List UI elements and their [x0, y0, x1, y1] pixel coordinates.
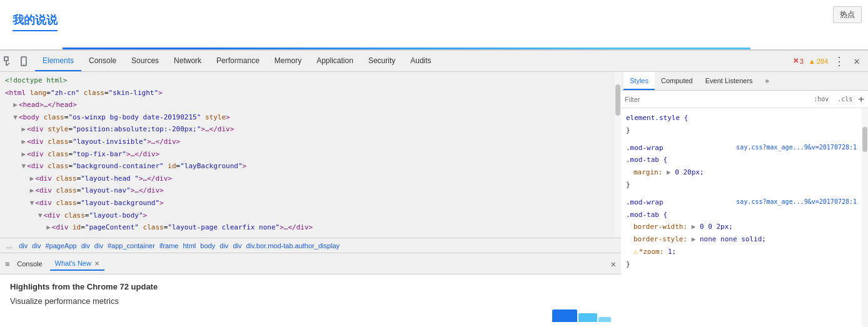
- breadcrumb-item[interactable]: iframe: [159, 242, 179, 249]
- styles-filter-bar: :hov .cls +: [621, 91, 868, 108]
- dom-line: ▼<body class="os-winxp bg-body date-2019…: [0, 111, 615, 124]
- warning-count: 284: [817, 58, 828, 65]
- styles-tab-styles[interactable]: Styles: [623, 72, 655, 90]
- style-rule-mod-wrap-1: .mod-wrap say.css?max_age...9&v=20170728…: [626, 142, 857, 191]
- devtools-icon-group: [3, 55, 30, 68]
- perf-visual: [552, 309, 611, 322]
- styles-vertical-scrollbar[interactable]: [862, 108, 868, 327]
- breadcrumb-item[interactable]: div.bor.mod-tab.author_display: [246, 242, 340, 249]
- style-selector: element.style {: [626, 112, 857, 124]
- style-prop-border-style: border-style: ▶ none none solid;: [626, 233, 857, 246]
- tab-audits[interactable]: Audits: [403, 51, 438, 71]
- dom-panel: <!doctype html> <html lang="zh-cn" class…: [0, 72, 621, 327]
- breadcrumb-item[interactable]: div: [220, 242, 228, 249]
- warning-badge: ▲ 284: [809, 58, 828, 65]
- warning-icon: ▲: [809, 58, 815, 65]
- svg-rect-0: [4, 57, 8, 61]
- devtools-panel: Elements Console Sources Network Perform…: [0, 50, 868, 327]
- dom-line: ▶<div style="position:absolute;top:-200p…: [0, 123, 615, 136]
- tab-network[interactable]: Network: [166, 51, 209, 71]
- dom-line: ▶<head>…</head>: [0, 99, 615, 111]
- dom-scrollbar-thumb: [615, 84, 620, 116]
- cls-filter-button[interactable]: .cls: [834, 94, 855, 104]
- console-menu-icon[interactable]: ≡: [5, 259, 9, 268]
- breadcrumb-item[interactable]: body: [200, 242, 215, 249]
- breadcrumb-item[interactable]: div: [19, 242, 28, 249]
- close-bottom-panel-icon[interactable]: ✕: [611, 259, 616, 269]
- styles-scrollbar-thumb: [862, 127, 867, 152]
- styles-panel: Styles Computed Event Listeners » :hov .…: [621, 72, 868, 327]
- tab-elements[interactable]: Elements: [35, 51, 81, 71]
- breadcrumb: ... div div #pageApp div div #app_contai…: [0, 238, 621, 253]
- style-sub-selector-2: .mod-tab {: [626, 209, 857, 221]
- whats-new-title: Highlights from the Chrome 72 update: [10, 282, 611, 291]
- devtools-main: <!doctype html> <html lang="zh-cn" class…: [0, 72, 868, 327]
- dom-inner: <!doctype html> <html lang="zh-cn" class…: [0, 72, 621, 238]
- style-close: }: [626, 124, 857, 137]
- styles-tab-computed[interactable]: Computed: [655, 72, 699, 90]
- dom-line: <!doctype html>: [0, 74, 615, 87]
- style-selector-line: .mod-wrap say.css?max_age...9&v=20170728…: [626, 142, 857, 154]
- style-rule-mod-wrap-2: .mod-wrap say.css?max_age...9&v=20170728…: [626, 196, 857, 271]
- style-prop-border-width: border-width: ▶ 0 0 2px;: [626, 221, 857, 233]
- dom-tree[interactable]: <!doctype html> <html lang="zh-cn" class…: [0, 72, 615, 238]
- breadcrumb-item[interactable]: div: [94, 242, 103, 249]
- close-devtools-icon[interactable]: ✕: [850, 55, 863, 68]
- devtools-tab-list: Elements Console Sources Network Perform…: [35, 51, 793, 71]
- whats-new-tab-button[interactable]: What's New ✕: [50, 257, 104, 271]
- breadcrumb-item[interactable]: html: [183, 242, 196, 249]
- breadcrumb-item[interactable]: #app_container: [108, 242, 155, 249]
- style-rule-element: element.style { }: [626, 112, 857, 137]
- dom-line: ▶<div class="top-fix-bar">…</div>: [0, 148, 615, 161]
- breadcrumb-item[interactable]: div: [81, 242, 90, 249]
- inspect-element-icon[interactable]: [3, 55, 15, 68]
- dom-line: ▼<div class="layout-body">: [0, 209, 615, 222]
- toolbar-right: ✕ 3 ▲ 284 ⋮ ✕: [793, 55, 865, 68]
- blue-bar: [63, 48, 750, 49]
- whats-new-item: Visualize performance metrics: [10, 296, 611, 306]
- devtools-toolbar: Elements Console Sources Network Perform…: [0, 51, 868, 72]
- style-prop-margin: margin: ▶ 0 20px;: [626, 166, 857, 179]
- style-source-link-2[interactable]: say.css?max_age...9&v=20170728:1: [736, 196, 857, 208]
- style-source-link[interactable]: say.css?max_age...9&v=20170728:1: [736, 142, 857, 153]
- style-close-2: }: [626, 258, 857, 271]
- tab-security[interactable]: Security: [361, 51, 403, 71]
- warning-icon: ⚠: [633, 248, 638, 256]
- console-tab-button[interactable]: Console: [12, 258, 47, 270]
- dom-vertical-scrollbar[interactable]: [615, 72, 621, 238]
- hov-filter-button[interactable]: :hov: [810, 94, 832, 104]
- whats-new-close-icon[interactable]: ✕: [94, 260, 99, 267]
- breadcrumb-item[interactable]: div: [233, 242, 241, 249]
- style-selector-line-2: .mod-wrap say.css?max_age...9&v=20170728…: [626, 196, 857, 209]
- hotspot-button[interactable]: 热点: [833, 6, 862, 23]
- tab-sources[interactable]: Sources: [124, 51, 166, 71]
- whats-new-panel: Highlights from the Chrome 72 update Vis…: [0, 274, 621, 327]
- styles-tab-bar: Styles Computed Event Listeners »: [621, 72, 868, 91]
- dom-line: ▶<div class="layout-nav">…</div>: [0, 184, 615, 197]
- styles-rules[interactable]: element.style { } .mod-wrap say.css?max_…: [621, 108, 862, 327]
- styles-tab-event-listeners[interactable]: Event Listeners: [699, 72, 759, 90]
- console-bar: ≡ Console What's New ✕ ✕: [0, 253, 621, 274]
- add-style-button[interactable]: +: [858, 93, 864, 105]
- style-close: }: [626, 179, 857, 191]
- tab-performance[interactable]: Performance: [209, 51, 267, 71]
- tab-application[interactable]: Application: [309, 51, 361, 71]
- dom-line: ▶<div id="pageContent" class="layout-pag…: [0, 221, 615, 234]
- dom-line: <html lang="zh-cn" class="skin-light">: [0, 87, 615, 99]
- tab-console[interactable]: Console: [81, 51, 124, 71]
- tab-memory[interactable]: Memory: [267, 51, 309, 71]
- more-options-icon[interactable]: ⋮: [833, 55, 845, 68]
- styles-tab-more[interactable]: »: [759, 72, 775, 90]
- breadcrumb-item[interactable]: div: [32, 242, 41, 249]
- mobile-icon[interactable]: [18, 55, 30, 68]
- breadcrumb-item[interactable]: #pageApp: [45, 242, 76, 249]
- error-count: 3: [800, 58, 804, 65]
- dom-line: ▶<div class="layout-invisible">…</div>: [0, 136, 615, 148]
- page-title: 我的说说: [13, 13, 58, 31]
- breadcrumb-ellipsis[interactable]: ...: [6, 242, 12, 249]
- styles-content: element.style { } .mod-wrap say.css?max_…: [621, 108, 868, 327]
- styles-filter-input[interactable]: [625, 96, 808, 103]
- error-icon: ✕: [793, 57, 799, 65]
- error-badge: ✕ 3: [793, 57, 804, 65]
- style-prop-zoom: ⚠*zoom: 1;: [626, 246, 857, 258]
